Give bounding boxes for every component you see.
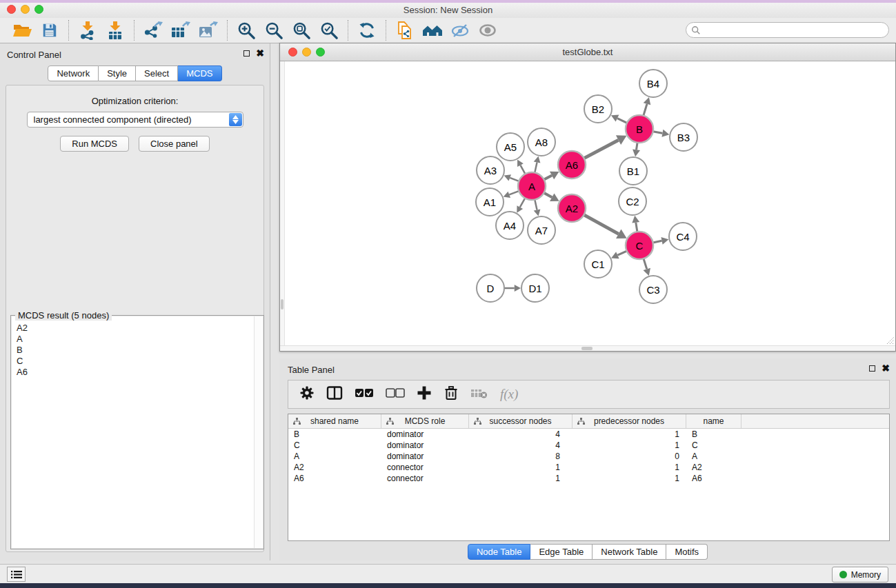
graph-node-A6[interactable]: A6 [558,151,586,179]
create-column-button[interactable] [417,385,432,403]
graph-node-A7[interactable]: A7 [528,216,555,244]
graph-node-A2[interactable]: A2 [558,194,586,222]
mcds-result-item[interactable]: A6 [17,367,263,378]
minimize-view-button[interactable] [302,48,311,57]
close-panel-button[interactable]: Close panel [139,136,210,152]
select-all-columns-button[interactable] [355,387,374,401]
graph-edge[interactable] [617,119,627,123]
open-session-button[interactable] [8,19,36,41]
table-row[interactable]: Adominator80A [288,451,889,462]
graph-node-D1[interactable]: D1 [521,274,549,302]
graph-edge[interactable] [636,223,637,232]
mcds-result-item[interactable]: B [17,345,263,356]
graph-edge[interactable] [544,175,552,179]
deselect-all-columns-button[interactable] [386,387,405,401]
graph-edge[interactable] [584,140,619,158]
zoom-window-button[interactable] [34,5,43,14]
graph-node-A3[interactable]: A3 [477,156,504,184]
graph-edge[interactable] [584,215,619,234]
show-columns-button[interactable] [326,385,343,403]
graph-node-C2[interactable]: C2 [619,187,646,215]
mcds-result-list[interactable]: A2ABCA6 [12,316,263,548]
column-header-successor-nodes[interactable]: successor nodes [469,414,573,428]
table-row[interactable]: A2connector11A2 [288,462,889,473]
delete-column-button[interactable] [444,385,459,403]
graph-node-C[interactable]: C [626,232,653,259]
graph-node-B4[interactable]: B4 [639,70,667,97]
zoom-in-button[interactable] [232,19,260,41]
graph-edge[interactable] [637,143,638,150]
graph-node-D[interactable]: D [477,274,504,302]
graph-edge[interactable] [644,104,647,116]
refresh-layout-button[interactable] [353,19,381,41]
graph-node-B[interactable]: B [626,115,653,143]
graph-edge[interactable] [520,165,525,174]
criterion-dropdown[interactable]: largest connected component (directed) [27,112,243,128]
result-scrollbar[interactable] [254,316,263,548]
graph-node-C3[interactable]: C3 [639,276,667,303]
table-settings-button[interactable] [299,385,315,403]
show-panels-button[interactable] [7,567,26,582]
hscroll-handle[interactable] [581,347,593,350]
home-button[interactable] [419,19,446,41]
network-vertical-scrollbar[interactable] [280,61,285,345]
search-input[interactable] [701,24,888,37]
network-graph[interactable]: B4B2BB3A5A8A6A3B1AA1C2A2A4A7C4CC1C3DD1 [280,61,895,351]
column-header-MCDS-role[interactable]: MCDS role [381,414,469,428]
mcds-result-item[interactable]: A2 [17,323,263,334]
import-network-button[interactable] [74,19,101,41]
resize-grip-icon[interactable] [885,335,895,345]
show-eye-button[interactable] [474,19,501,41]
graph-node-A[interactable]: A [518,172,546,200]
zoom-selected-button[interactable] [315,19,343,41]
mcds-result-item[interactable]: C [17,356,263,367]
export-table-button[interactable] [167,19,195,41]
graph-node-A5[interactable]: A5 [497,133,524,161]
graph-edge[interactable] [520,198,525,207]
close-view-button[interactable] [288,48,297,57]
zoom-view-button[interactable] [316,48,325,57]
column-header-name[interactable]: name [686,414,741,428]
graph-edge[interactable] [653,241,662,243]
table-row[interactable]: Bdominator41B [288,429,889,440]
close-table-panel-icon[interactable]: ✖ [882,365,890,372]
tab-edge-table[interactable]: Edge Table [530,544,593,560]
network-window-titlebar[interactable]: testGlobe.txt [280,43,895,61]
table-row[interactable]: A6connector11A6 [288,473,889,484]
network-horizontal-scrollbar[interactable] [280,345,895,351]
graph-edge[interactable] [617,251,626,255]
zoom-out-button[interactable] [260,19,288,41]
mcds-result-item[interactable]: A [17,334,263,345]
delete-table-button[interactable] [470,387,488,402]
graph-edge[interactable] [535,163,537,173]
import-table-button[interactable] [101,19,129,41]
memory-button[interactable]: Memory [832,567,888,582]
tab-motifs[interactable]: Motifs [666,544,708,560]
tab-style[interactable]: Style [99,65,136,81]
graph-node-C4[interactable]: C4 [669,223,697,250]
graph-edge[interactable] [544,193,552,197]
network-canvas[interactable]: B4B2BB3A5A8A6A3B1AA1C2A2A4A7C4CC1C3DD1 [280,61,895,351]
tab-node-table[interactable]: Node Table [468,544,531,560]
graph-node-B1[interactable]: B1 [619,157,647,185]
run-mcds-button[interactable]: Run MCDS [60,136,129,152]
export-network-button[interactable] [139,19,167,41]
graph-node-A1[interactable]: A1 [476,188,504,216]
tab-select[interactable]: Select [136,65,178,81]
close-panel-icon[interactable]: ✖ [256,50,264,57]
graph-node-C1[interactable]: C1 [584,250,612,278]
graph-edge[interactable] [510,178,519,181]
function-builder-button[interactable]: f(x) [500,387,518,402]
export-image-button[interactable] [195,19,222,41]
float-table-panel-icon[interactable] [869,365,875,372]
toolbar-search[interactable] [686,22,889,38]
graph-edge[interactable] [653,132,663,134]
column-header-shared-name[interactable]: shared name [288,414,381,428]
hide-glasses-button[interactable] [446,19,474,41]
table-row[interactable]: Cdominator41C [288,440,889,451]
graph-node-A8[interactable]: A8 [528,128,555,156]
graph-node-B3[interactable]: B3 [670,123,697,151]
save-session-button[interactable] [36,19,63,41]
vscroll-handle[interactable] [281,299,283,310]
close-window-button[interactable] [7,5,16,14]
